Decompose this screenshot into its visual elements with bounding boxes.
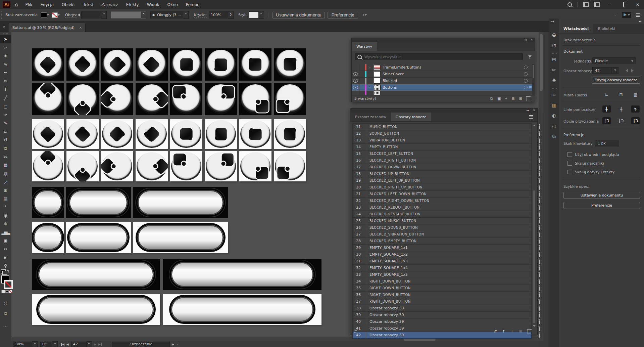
zoom-level[interactable]: 30% <box>13 342 32 347</box>
snap-to-point-icon[interactable]: ╏Ɔ <box>631 117 640 124</box>
visibility-toggle[interactable] <box>352 71 359 77</box>
artboard-row[interactable]: 20BLOCKED_RIGHT_UP_BUTTON <box>352 184 532 191</box>
scroll-down-icon[interactable] <box>533 325 536 328</box>
collapse-dock-icon[interactable]: ◂◂ <box>551 20 554 23</box>
artboard-row[interactable]: 14EMPTY_BUTTON <box>352 144 532 150</box>
close-panel-icon[interactable]: ✕ <box>533 109 535 112</box>
scale-tool[interactable]: ⧉ <box>0 144 11 153</box>
artboard-row[interactable]: 25BLOCKED_MUSIC_BUTTON <box>352 218 532 224</box>
toolbar-expand-icon[interactable]: » <box>3 25 5 29</box>
transparency-panel-icon[interactable]: ◐ <box>549 113 559 118</box>
vertical-scrollbar-thumb[interactable] <box>540 34 543 91</box>
previous-artboard-icon[interactable] <box>624 69 628 72</box>
close-panel-icon[interactable]: ✕ <box>531 38 533 41</box>
expand-dock-icon[interactable]: ▸▸ <box>639 20 642 23</box>
rotate-tool[interactable]: ↺ <box>0 136 11 144</box>
artboard-page-icon[interactable] <box>539 259 540 263</box>
target-icon[interactable] <box>524 79 528 83</box>
artboard-name[interactable]: BLOCKED_REBOOT_BUTTON <box>366 206 531 209</box>
stroke-weight-stepper[interactable] <box>78 12 80 17</box>
artboard-row[interactable]: 39Obszar roboczy 39 <box>352 312 532 318</box>
stroke-weight-dropdown[interactable] <box>101 11 107 19</box>
artboard-name[interactable]: EMPTY_SQUARE_1x1 <box>366 246 531 250</box>
rearrange-artboards-icon[interactable]: ⇵ <box>354 329 357 334</box>
rectangle-tool[interactable]: ▢ <box>0 102 11 111</box>
menu-item-pomoc[interactable]: Pomoc <box>186 2 199 7</box>
keyboard-increment-input[interactable]: 1 px <box>595 140 619 146</box>
menu-item-zaznacz[interactable]: Zaznacz <box>101 2 118 7</box>
artboard-row[interactable]: 24BLOCKED_RESTART_BUTTON <box>352 211 532 218</box>
edit-toolbar-icon[interactable]: ⋯ <box>0 324 11 329</box>
fill-color-swatch[interactable] <box>41 12 47 18</box>
delete-layer-icon[interactable] <box>527 97 530 101</box>
stroke-swatch[interactable] <box>4 280 13 289</box>
artboard-page-icon[interactable] <box>539 319 540 324</box>
menu-item-plik[interactable]: Plik <box>26 2 33 7</box>
brush-dropdown[interactable] <box>183 11 189 19</box>
artboard-page-icon[interactable] <box>539 192 540 196</box>
workspace-switcher-icon[interactable] <box>583 2 589 7</box>
artboard-name[interactable]: EMPTY_SQUARE_1x5 <box>366 272 531 277</box>
artboard-name[interactable]: BLOCKED_SOUND_BUTTON <box>366 226 531 229</box>
color-guide-panel-icon[interactable]: ◔ <box>549 42 559 48</box>
artboard-row[interactable]: 33EMPTY_SQUARE_1x5 <box>352 271 532 278</box>
checkbox-box[interactable] <box>567 170 572 174</box>
lock-toggle[interactable] <box>359 84 365 91</box>
layer-name[interactable]: Blocked <box>383 79 524 83</box>
artboard-name[interactable]: BLOCKED_VIBRATION_BUTTON <box>366 232 531 236</box>
target-icon[interactable] <box>524 66 528 69</box>
artboard-page-icon[interactable] <box>539 205 540 210</box>
color-panel-icon[interactable]: ◒ <box>549 32 559 37</box>
artboard-name[interactable]: BLOCKED_MUSIC_BUTTON <box>366 219 531 223</box>
default-fill-stroke-icon[interactable]: ↰ <box>7 269 9 273</box>
locate-object-icon[interactable]: ⌖ <box>505 96 507 101</box>
artboard-page-icon[interactable] <box>539 185 540 189</box>
slice-tool[interactable]: ✂ <box>0 245 11 253</box>
artboard-name[interactable]: Obszar roboczy 39 <box>366 319 531 324</box>
layers-panel-titlebar[interactable]: ◂◂ ✕ <box>352 38 535 42</box>
layer-row[interactable]: ›FrameLimiterButtons <box>352 64 532 71</box>
document-setup-button[interactable]: Ustawienia dokumentu <box>273 12 325 18</box>
lock-toggle[interactable] <box>359 91 365 95</box>
artboard-name[interactable]: EMPTY_BUTTON <box>366 145 531 149</box>
preferences-button[interactable]: Preferencje <box>328 12 358 18</box>
artboards-scrollbar-thumb[interactable] <box>533 190 535 323</box>
visibility-toggle[interactable] <box>352 91 359 95</box>
panel-menu-icon[interactable] <box>529 117 533 117</box>
transparency-grid-icon[interactable]: ▨ <box>631 91 640 98</box>
next-artboard-icon[interactable] <box>631 69 635 72</box>
tab-asset-export[interactable]: Eksport zasobów <box>350 113 391 121</box>
gradient-panel-icon[interactable]: ▥ <box>549 102 559 108</box>
artboard-page-icon[interactable] <box>539 225 540 230</box>
artboard-tool[interactable]: ▣ <box>0 236 11 245</box>
hand-tool[interactable]: ☛ <box>0 253 11 262</box>
checkbox-box[interactable] <box>567 152 572 157</box>
lasso-tool[interactable]: ∿ <box>0 60 11 69</box>
artboard-name[interactable]: EMPTY_SQUARE_1x3 <box>366 259 531 263</box>
artboard-page-icon[interactable] <box>539 313 540 317</box>
artboard-row[interactable]: 36RIGHT_DOWN_BUTTON <box>352 292 532 298</box>
artboard-row[interactable]: 23BLOCKED_REBOOT_BUTTON <box>352 204 532 211</box>
appearance-panel-icon[interactable]: ◌ <box>549 123 559 129</box>
shaper-tool[interactable]: ✎ <box>0 119 11 127</box>
artboard-page-icon[interactable] <box>539 158 540 163</box>
artboards-scrollbar[interactable] <box>533 123 536 328</box>
swap-fill-stroke-icon[interactable] <box>1 269 6 273</box>
grid-icon[interactable]: ⊞ <box>617 91 625 98</box>
smart-guides-icon[interactable]: ↯ <box>631 105 640 113</box>
layer-thumbnail[interactable] <box>374 91 381 95</box>
make-clipping-mask-icon[interactable]: ▣ <box>497 96 501 101</box>
visibility-toggle[interactable] <box>352 84 359 91</box>
stroke-dropdown-icon[interactable] <box>58 14 60 17</box>
artboard-page-icon[interactable] <box>539 145 540 149</box>
artboard-row[interactable]: 16BLOCKED_RIGHT_BUTTON <box>352 157 532 164</box>
snap-to-grid-icon[interactable]: ┆Ɔ <box>602 117 611 124</box>
artboard-row[interactable]: 27BLOCKED_VIBRATION_BUTTON <box>352 231 532 238</box>
artboard-page-icon[interactable] <box>539 299 540 304</box>
blend-tool[interactable]: ◉ <box>0 211 11 220</box>
artboard-number[interactable]: 42 <box>71 342 87 347</box>
arrange-documents-icon[interactable] <box>594 2 600 7</box>
status-play-icon[interactable]: ▶ <box>172 343 174 346</box>
menu-item-obiekt[interactable]: Obiekt <box>62 2 75 7</box>
artboard-page-icon[interactable] <box>539 272 540 277</box>
